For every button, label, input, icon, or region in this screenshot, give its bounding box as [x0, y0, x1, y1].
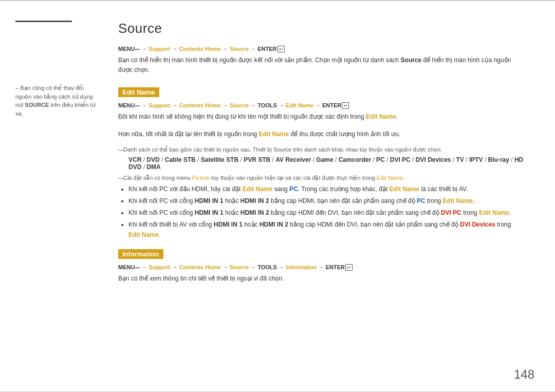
edit-name-heading: Edit Name — [118, 87, 159, 97]
source-description: Bạn có thể hiển thị màn hình thiết bị ng… — [118, 55, 524, 75]
information-menu-path: MENU▪▪▪ → Support → Contents Home → Sour… — [118, 264, 524, 271]
edit-name-divider-note1: Danh sách có thể bao gồm các thiết bị ng… — [118, 146, 524, 153]
source-menu-path: MENU▪▪▪ → Support → Contents Home → Sour… — [118, 46, 524, 52]
top-divider — [0, 0, 555, 1]
device-list: VCR / DVD / Cable STB / Satellite STB / … — [118, 156, 524, 171]
edit-name-line1: Đôi khi màn hình sẽ không hiện thị đúng … — [118, 112, 524, 122]
edit-name-menu-path: MENU▪▪▪ → Support → Contents Home → Sour… — [118, 102, 524, 109]
page-number: 148 — [514, 367, 534, 382]
bullet-item-3: Khi kết nối PC với cổng HDMI IN 1 hoặc H… — [128, 208, 524, 218]
bullet-item-1: Khi kết nối PC với đầu HDMI, hãy cài đặt… — [128, 184, 524, 194]
sidebar: – Bạn cũng có thể thay đổi nguồn vào bằn… — [15, 21, 98, 118]
information-heading-wrapper: Information — [118, 244, 524, 264]
edit-name-heading-wrapper: Edit Name — [118, 82, 524, 102]
bullet-item-2: Khi kết nối PC với cổng HDMI IN 1 hoặc H… — [128, 196, 524, 206]
edit-name-line2: Hơn nữa, tốt nhất là đặt lại tên thiết b… — [118, 129, 524, 139]
page-title: Source — [118, 21, 524, 36]
sidebar-bar — [15, 21, 72, 22]
edit-name-divider-note2: Cài đặt sẵn có trong menu Picture tùy th… — [118, 175, 524, 181]
information-heading: Information — [118, 249, 163, 259]
information-description: Bạn có thể xem thông tin chi tiết về thi… — [118, 274, 524, 284]
sidebar-source-bold: SOURCE — [25, 102, 49, 108]
bullet-list: Khi kết nối PC với đầu HDMI, hãy cài đặt… — [128, 184, 524, 240]
sidebar-note: – Bạn cũng có thể thay đổi nguồn vào bằn… — [15, 84, 98, 118]
main-content: Source MENU▪▪▪ → Support → Contents Home… — [118, 21, 524, 291]
bullet-item-4: Khi kết nối thiết bị AV với cổng HDMI IN… — [128, 220, 524, 239]
